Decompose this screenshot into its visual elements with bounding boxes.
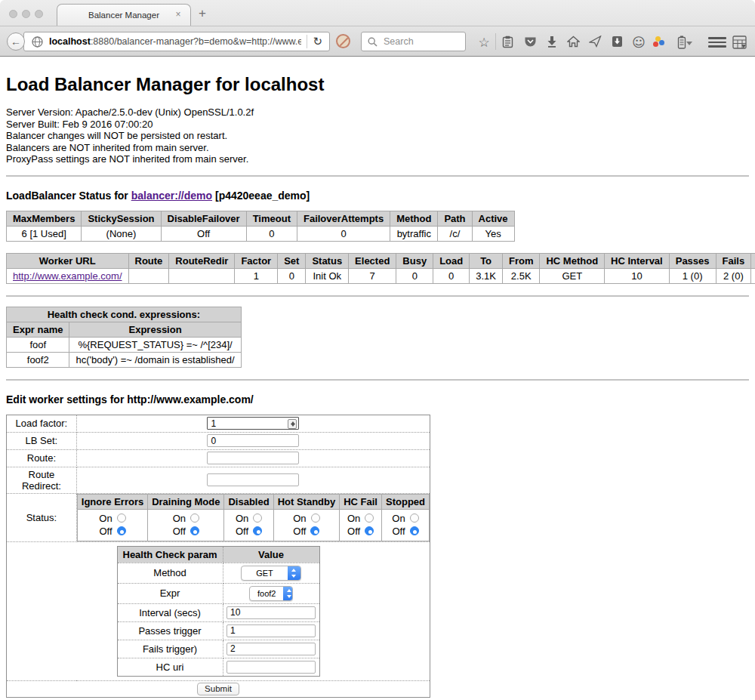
send-plane-icon[interactable] [587,35,602,49]
ignore-errors-off-radio[interactable] [117,526,126,535]
route-redirect-input[interactable] [207,473,299,486]
column-header: FailoverAttempts [297,211,390,226]
column-header: Elected [349,253,396,268]
chevron-down-icon[interactable] [686,42,692,45]
off-label: Off [347,525,360,538]
search-bar[interactable] [361,32,466,51]
worker-url-link[interactable]: http://www.example.com/ [13,270,122,282]
tab-close-icon[interactable]: × [173,9,183,20]
on-label: On [347,512,360,525]
column-header: Path [438,211,472,226]
browser-tab[interactable]: Balancer Manager × [57,4,191,26]
disabled-off-radio[interactable] [253,526,262,535]
hot-standby-off-radio[interactable] [310,526,319,535]
stopped-off-radio[interactable] [410,526,419,535]
column-header: Draining Mode [148,494,224,509]
passes-label: Passes trigger [117,621,223,640]
busy-cell: 0 [396,268,433,283]
fails-input[interactable] [226,643,316,655]
hc-uri-input[interactable] [226,661,316,674]
stopped-on-radio[interactable] [410,513,419,523]
window-zoom-button[interactable] [35,10,43,18]
pocket-save-icon[interactable] [609,35,624,49]
windows-grid-icon[interactable] [732,35,747,49]
route-input[interactable] [207,452,299,464]
lb-set-label: LB Set: [7,432,77,449]
number-stepper-icon[interactable] [288,419,297,429]
load-factor-input[interactable] [207,417,299,430]
ignore-errors-on-radio[interactable] [117,513,126,523]
download-icon[interactable] [544,35,559,49]
bookmarks-clipboard-icon[interactable] [500,35,515,49]
select-stepper-icon [283,587,293,600]
globe-icon [32,36,43,48]
new-tab-button[interactable]: + [195,6,210,21]
column-header: Ignore Errors [77,494,147,509]
bookmark-star-icon[interactable]: ☆ [476,35,492,49]
home-icon[interactable] [565,35,581,49]
server-version-line: Server Version: Apache/2.5.0-dev (Unix) … [6,106,749,119]
persist-note-line: Balancer changes will NOT be persisted o… [6,130,749,142]
expr-row: foof %{REQUEST_STATUS} =~ /^[234]/ [7,337,242,352]
window-minimize-button[interactable] [22,10,30,18]
hc-fail-on-radio[interactable] [365,513,374,523]
menu-hamburger-icon[interactable] [708,37,726,48]
feedback-smiley-icon[interactable]: ☺ [631,35,646,49]
passes-row: Passes trigger [117,621,319,640]
search-input[interactable] [382,35,450,48]
blocked-plugin-icon[interactable] [336,34,350,48]
interval-input[interactable] [226,606,316,619]
expr-row: Expr foof2 [117,583,319,603]
expr-value-cell: hc('body') =~ /domain is established/ [69,352,241,367]
column-header: HC uri [751,253,755,268]
hot-standby-on-radio[interactable] [311,513,320,523]
status-heading-prefix: LoadBalancer Status for [6,190,131,202]
table-header-row: Worker URL Route RouteRedir Factor Set S… [7,253,755,268]
passes-cell: 1 (0) [669,268,716,283]
balancer-manager-page: Load Balancer Manager for localhost Serv… [0,74,755,700]
passes-input[interactable] [226,624,316,637]
expr-value-cell: %{REQUEST_STATUS} =~ /^[234]/ [69,337,241,352]
table-row: 6 [1 Used] (None) Off 0 0 bytraffic /c/ … [7,226,515,241]
column-header: Worker URL [7,253,129,268]
colorways-icon[interactable] [653,36,667,48]
submit-button[interactable]: Submit [197,683,239,695]
interval-label: Interval (secs) [117,603,223,621]
expr-select[interactable]: foof2 [249,586,293,601]
active-cell: Yes [472,226,514,241]
worker-table: Worker URL Route RouteRedir Factor Set S… [6,253,755,284]
url-domain: localhost [49,36,91,47]
ignore-errors-cell: On Off [77,509,147,541]
table-header-row: Expr name Expression [7,322,242,337]
worker-row: http://www.example.com/ 1 0 Init Ok 7 0 … [7,268,755,283]
table-header-row: Health Check param Value [117,546,319,563]
reload-icon[interactable]: ↻ [313,35,322,48]
browser-chrome: Balancer Manager × + ← localhost:8880/ba… [0,0,755,57]
column-header: Hot Standby [273,494,340,509]
expr-name-cell: foof [7,337,69,352]
stopped-cell: On Off [382,509,430,541]
draining-mode-off-radio[interactable] [190,526,199,535]
balancer-demo-link[interactable]: balancer://demo [131,190,212,202]
window-close-button[interactable] [9,10,17,18]
tab-title: Balancer Manager [88,11,159,20]
expr-name-cell: foof2 [7,352,69,367]
pocket-icon[interactable] [522,35,538,49]
proxypass-note-line: ProxyPass settings are NOT inherited fro… [6,153,749,165]
draining-mode-on-radio[interactable] [190,513,199,523]
disabled-on-radio[interactable] [253,513,262,523]
status-row: Status: Ignore Errors Draining Mode Disa… [7,493,430,541]
back-button[interactable]: ← [7,32,25,51]
hc-fail-off-radio[interactable] [365,526,374,535]
column-header: Method [390,211,438,226]
url-bar[interactable]: localhost:8880/balancer-manager?b=demo&w… [23,32,330,51]
lb-set-row: LB Set: [7,432,430,449]
off-label: Off [236,525,248,538]
column-header: Active [472,211,514,226]
server-info: Server Version: Apache/2.5.0-dev (Unix) … [6,106,749,165]
fails-label: Fails trigger) [117,640,223,658]
lb-set-input[interactable] [207,434,299,447]
on-label: On [293,512,306,525]
method-select[interactable]: GET [241,566,301,581]
divider [6,379,749,381]
